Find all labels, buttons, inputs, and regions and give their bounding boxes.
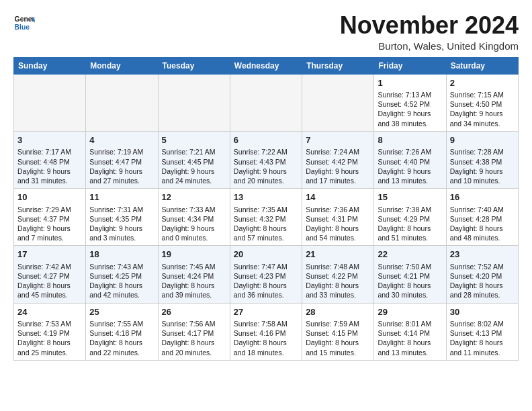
day-info-line: Sunset: 4:22 PM: [306, 271, 370, 281]
calendar-cell-w5-d0: 24Sunrise: 7:53 AMSunset: 4:19 PMDayligh…: [14, 303, 86, 360]
day-info-line: Sunset: 4:14 PM: [378, 328, 442, 338]
day-info-line: Daylight: 9 hours: [17, 167, 82, 176]
day-info-line: Sunset: 4:38 PM: [450, 157, 515, 167]
calendar-cell-w4-d5: 22Sunrise: 7:50 AMSunset: 4:21 PMDayligh…: [374, 246, 446, 303]
day-info-line: and 13 minutes.: [378, 348, 442, 357]
day-number: 19: [162, 248, 226, 261]
day-info-line: Sunrise: 7:29 AM: [17, 205, 82, 214]
day-number: 13: [234, 191, 298, 203]
day-info-line: Daylight: 9 hours: [234, 167, 298, 176]
day-info-line: Daylight: 9 hours: [378, 109, 442, 118]
day-info-line: Sunset: 4:18 PM: [89, 328, 154, 338]
day-info-line: Sunset: 4:31 PM: [306, 214, 370, 224]
day-number: 2: [450, 77, 515, 89]
day-info-line: Daylight: 8 hours: [450, 338, 515, 347]
day-number: 16: [450, 191, 515, 203]
day-info-line: Sunrise: 7:17 AM: [17, 147, 82, 156]
day-info-line: Sunrise: 7:56 AM: [162, 319, 226, 328]
day-number: 18: [89, 248, 154, 261]
day-info-line: and 54 minutes.: [306, 233, 370, 242]
calendar-header-row: Sunday Monday Tuesday Wednesday Thursday…: [14, 57, 519, 74]
day-number: 5: [162, 134, 226, 146]
calendar-cell-w5-d3: 27Sunrise: 7:58 AMSunset: 4:16 PMDayligh…: [230, 303, 302, 360]
week-row-3: 10Sunrise: 7:29 AMSunset: 4:37 PMDayligh…: [14, 189, 519, 246]
day-number: 23: [450, 248, 515, 261]
calendar-table: Sunday Monday Tuesday Wednesday Thursday…: [13, 57, 519, 361]
day-number: 29: [378, 306, 442, 318]
day-number: 21: [306, 248, 370, 261]
day-info-line: and 33 minutes.: [306, 290, 370, 300]
day-info-line: Daylight: 8 hours: [162, 338, 226, 347]
day-number: 17: [17, 248, 82, 261]
header: General Blue November 2024 Burton, Wales…: [13, 12, 519, 52]
day-info-line: Sunrise: 7:31 AM: [89, 205, 154, 214]
day-info-line: and 48 minutes.: [450, 233, 515, 242]
logo-icon: General Blue: [13, 12, 35, 34]
week-row-2: 3Sunrise: 7:17 AMSunset: 4:48 PMDaylight…: [14, 131, 519, 188]
day-info-line: Sunrise: 7:19 AM: [89, 147, 154, 156]
day-info-line: Sunset: 4:20 PM: [450, 271, 515, 281]
day-info-line: Sunset: 4:50 PM: [450, 99, 515, 109]
calendar-cell-w5-d6: 30Sunrise: 8:02 AMSunset: 4:13 PMDayligh…: [446, 303, 518, 360]
day-info-line: Daylight: 9 hours: [89, 224, 154, 233]
calendar-cell-w1-d0: [14, 74, 86, 131]
day-info-line: Sunset: 4:17 PM: [162, 328, 226, 338]
calendar-cell-w3-d5: 15Sunrise: 7:38 AMSunset: 4:29 PMDayligh…: [374, 189, 446, 246]
day-info-line: Daylight: 8 hours: [306, 281, 370, 290]
day-info-line: and 34 minutes.: [450, 119, 515, 128]
day-info-line: Sunrise: 7:26 AM: [378, 147, 442, 156]
day-info-line: Sunset: 4:13 PM: [450, 328, 515, 338]
week-row-5: 24Sunrise: 7:53 AMSunset: 4:19 PMDayligh…: [14, 303, 519, 360]
calendar-cell-w1-d3: [230, 74, 302, 131]
location: Burton, Wales, United Kingdom: [340, 40, 519, 52]
day-number: 12: [162, 191, 226, 203]
day-info-line: Sunrise: 7:35 AM: [234, 205, 298, 214]
calendar-cell-w4-d4: 21Sunrise: 7:48 AMSunset: 4:22 PMDayligh…: [302, 246, 374, 303]
day-info-line: Sunrise: 7:21 AM: [162, 147, 226, 156]
day-info-line: Daylight: 9 hours: [450, 167, 515, 176]
month-title: November 2024: [340, 12, 519, 39]
day-info-line: Sunset: 4:43 PM: [234, 157, 298, 167]
day-info-line: and 36 minutes.: [234, 290, 298, 300]
day-info-line: and 3 minutes.: [89, 233, 154, 242]
day-number: 14: [306, 191, 370, 203]
day-info-line: Sunset: 4:15 PM: [306, 328, 370, 338]
calendar-cell-w1-d5: 1Sunrise: 7:13 AMSunset: 4:52 PMDaylight…: [374, 74, 446, 131]
day-number: 9: [450, 134, 515, 146]
col-saturday: Saturday: [446, 57, 518, 74]
calendar-cell-w3-d3: 13Sunrise: 7:35 AMSunset: 4:32 PMDayligh…: [230, 189, 302, 246]
day-info-line: and 39 minutes.: [162, 290, 226, 300]
day-info-line: Daylight: 8 hours: [162, 281, 226, 290]
day-info-line: Daylight: 8 hours: [450, 224, 515, 233]
calendar-cell-w5-d4: 28Sunrise: 7:59 AMSunset: 4:15 PMDayligh…: [302, 303, 374, 360]
day-info-line: Sunrise: 7:43 AM: [89, 262, 154, 271]
day-info-line: and 45 minutes.: [17, 290, 82, 300]
day-number: 28: [306, 306, 370, 318]
day-number: 30: [450, 306, 515, 318]
day-number: 22: [378, 248, 442, 261]
calendar-cell-w3-d1: 11Sunrise: 7:31 AMSunset: 4:35 PMDayligh…: [86, 189, 158, 246]
day-info-line: Sunrise: 7:42 AM: [17, 262, 82, 271]
day-info-line: Sunrise: 7:13 AM: [378, 90, 442, 99]
calendar-cell-w4-d6: 23Sunrise: 7:52 AMSunset: 4:20 PMDayligh…: [446, 246, 518, 303]
calendar-cell-w1-d1: [86, 74, 158, 131]
day-info-line: Sunset: 4:45 PM: [162, 157, 226, 167]
day-info-line: Daylight: 8 hours: [17, 281, 82, 290]
day-info-line: Sunrise: 7:22 AM: [234, 147, 298, 156]
day-info-line: Daylight: 8 hours: [234, 281, 298, 290]
day-info-line: Sunrise: 7:45 AM: [162, 262, 226, 271]
day-info-line: and 51 minutes.: [378, 233, 442, 242]
calendar-cell-w5-d2: 26Sunrise: 7:56 AMSunset: 4:17 PMDayligh…: [158, 303, 230, 360]
calendar-cell-w4-d3: 20Sunrise: 7:47 AMSunset: 4:23 PMDayligh…: [230, 246, 302, 303]
day-info-line: Sunrise: 7:48 AM: [306, 262, 370, 271]
day-info-line: Daylight: 8 hours: [378, 338, 442, 347]
day-info-line: Daylight: 8 hours: [234, 224, 298, 233]
day-info-line: Sunset: 4:32 PM: [234, 214, 298, 224]
calendar-cell-w4-d2: 19Sunrise: 7:45 AMSunset: 4:24 PMDayligh…: [158, 246, 230, 303]
day-info-line: Sunrise: 7:53 AM: [17, 319, 82, 328]
calendar-cell-w2-d4: 7Sunrise: 7:24 AMSunset: 4:42 PMDaylight…: [302, 131, 374, 188]
day-info-line: and 30 minutes.: [378, 290, 442, 300]
day-number: 10: [17, 191, 82, 203]
day-info-line: Sunset: 4:29 PM: [378, 214, 442, 224]
day-info-line: and 0 minutes.: [162, 233, 226, 242]
